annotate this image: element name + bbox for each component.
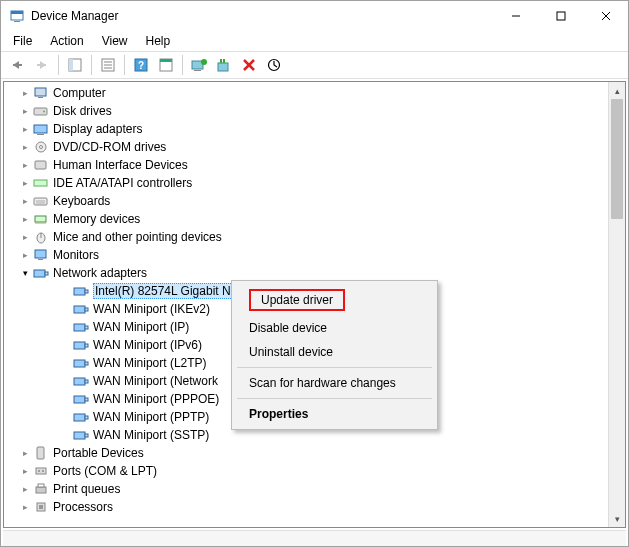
ctx-scan-hardware[interactable]: Scan for hardware changes: [235, 371, 434, 395]
ports-icon: [33, 463, 49, 479]
expander-icon[interactable]: [18, 104, 32, 118]
network-adapter-icon: [33, 265, 49, 281]
tree-item-ports[interactable]: Ports (COM & LPT): [6, 462, 625, 480]
svg-rect-24: [223, 59, 225, 63]
svg-rect-64: [85, 416, 88, 419]
expander-icon[interactable]: [18, 248, 32, 262]
svg-rect-29: [38, 97, 43, 98]
ide-icon: [33, 175, 49, 191]
tree-item-monitors[interactable]: Monitors: [6, 246, 625, 264]
properties-button[interactable]: [96, 53, 120, 77]
show-hide-console-tree-button[interactable]: [63, 53, 87, 77]
minimize-button[interactable]: [493, 1, 538, 31]
menu-help[interactable]: Help: [138, 32, 179, 50]
ctx-properties[interactable]: Properties: [235, 402, 434, 426]
close-button[interactable]: [583, 1, 628, 31]
tree-item-computer[interactable]: Computer: [6, 84, 625, 102]
tree-label: WAN Miniport (L2TP): [93, 356, 207, 370]
scroll-up-icon[interactable]: ▴: [609, 82, 625, 99]
svg-rect-72: [38, 484, 44, 487]
computer-icon: [33, 85, 49, 101]
svg-rect-54: [85, 326, 88, 329]
expander-icon[interactable]: [18, 482, 32, 496]
context-menu-separator: [237, 398, 432, 399]
scan-hardware-button[interactable]: [212, 53, 236, 77]
toolbar-separator: [91, 55, 92, 75]
scroll-down-icon[interactable]: ▾: [609, 510, 625, 527]
expander-icon[interactable]: [18, 230, 32, 244]
tree-item-portable-devices[interactable]: Portable Devices: [6, 444, 625, 462]
app-icon: [9, 8, 25, 24]
tree-label: Monitors: [53, 248, 99, 262]
maximize-button[interactable]: [538, 1, 583, 31]
svg-rect-22: [218, 63, 228, 71]
menu-action[interactable]: Action: [42, 32, 91, 50]
tree-item-processors[interactable]: Processors: [6, 498, 625, 516]
tree-label: DVD/CD-ROM drives: [53, 140, 166, 154]
tree-label: WAN Miniport (Network: [93, 374, 218, 388]
tree-label: Ports (COM & LPT): [53, 464, 157, 478]
expander-icon[interactable]: [18, 500, 32, 514]
svg-rect-33: [37, 134, 44, 135]
tree-label: Memory devices: [53, 212, 140, 226]
expander-icon[interactable]: [18, 158, 32, 172]
svg-rect-7: [13, 64, 22, 66]
menu-file[interactable]: File: [5, 32, 40, 50]
toolbar-separator: [182, 55, 183, 75]
svg-point-69: [38, 470, 40, 472]
tree-item-print-queues[interactable]: Print queues: [6, 480, 625, 498]
expander-icon[interactable]: [18, 266, 32, 280]
tree-item-display-adapters[interactable]: Display adapters: [6, 120, 625, 138]
tree-item-disk-drives[interactable]: Disk drives: [6, 102, 625, 120]
tree-label: WAN Miniport (IPv6): [93, 338, 202, 352]
tree-item-ide[interactable]: IDE ATA/ATAPI controllers: [6, 174, 625, 192]
expander-icon[interactable]: [18, 194, 32, 208]
expander-icon[interactable]: [18, 464, 32, 478]
expander-icon[interactable]: [18, 446, 32, 460]
back-button[interactable]: [5, 53, 29, 77]
tree-label: WAN Miniport (PPTP): [93, 410, 209, 424]
printer-icon: [33, 481, 49, 497]
action-list-button[interactable]: [154, 53, 178, 77]
forward-button[interactable]: [30, 53, 54, 77]
display-adapter-icon: [33, 121, 49, 137]
svg-rect-23: [220, 59, 222, 63]
tree-item-dvd[interactable]: DVD/CD-ROM drives: [6, 138, 625, 156]
tree-item-memory[interactable]: Memory devices: [6, 210, 625, 228]
tree-item-keyboards[interactable]: Keyboards: [6, 192, 625, 210]
vertical-scrollbar[interactable]: ▴ ▾: [608, 82, 625, 527]
scroll-thumb[interactable]: [611, 99, 623, 219]
svg-rect-68: [36, 468, 46, 474]
tree-label: Intel(R) 82574L Gigabit N: [93, 283, 233, 299]
highlight-annotation: Update driver: [249, 289, 345, 311]
expander-icon[interactable]: [18, 176, 32, 190]
svg-rect-18: [160, 59, 172, 62]
tree-label: Keyboards: [53, 194, 110, 208]
monitor-icon: [33, 247, 49, 263]
svg-rect-48: [45, 272, 48, 275]
network-adapter-icon: [73, 427, 89, 443]
expander-icon[interactable]: [18, 86, 32, 100]
svg-rect-58: [85, 362, 88, 365]
menu-view[interactable]: View: [94, 32, 136, 50]
svg-rect-10: [69, 59, 73, 71]
title-bar: Device Manager: [1, 1, 628, 31]
ctx-uninstall-device[interactable]: Uninstall device: [235, 340, 434, 364]
tree-item-hid[interactable]: Human Interface Devices: [6, 156, 625, 174]
update-driver-button[interactable]: [187, 53, 211, 77]
tree-item-mice[interactable]: Mice and other pointing devices: [6, 228, 625, 246]
expander-icon[interactable]: [18, 122, 32, 136]
uninstall-button[interactable]: [237, 53, 261, 77]
svg-rect-55: [74, 342, 85, 349]
network-adapter-icon: [73, 409, 89, 425]
help-button[interactable]: ?: [129, 53, 153, 77]
tree-label: Portable Devices: [53, 446, 144, 460]
expander-icon[interactable]: [18, 212, 32, 226]
ctx-update-driver[interactable]: Update driver: [235, 284, 434, 316]
disable-button[interactable]: [262, 53, 286, 77]
ctx-disable-device[interactable]: Disable device: [235, 316, 434, 340]
svg-rect-66: [85, 434, 88, 437]
svg-point-21: [201, 59, 207, 65]
expander-icon[interactable]: [18, 140, 32, 154]
svg-rect-53: [74, 324, 85, 331]
